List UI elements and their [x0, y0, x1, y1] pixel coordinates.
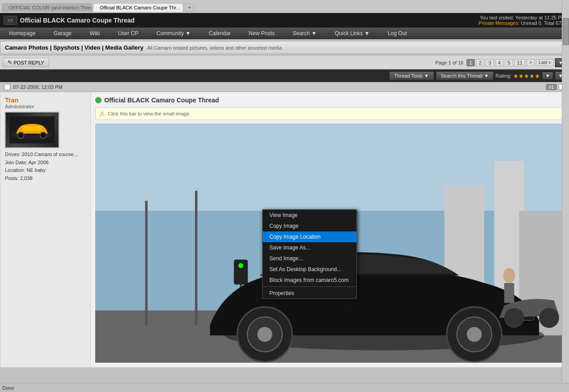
toolbar-row: ✎ POST REPLY Page 1 of 16 1 2 3 4 5 11 >…: [0, 56, 569, 69]
nav-new-posts[interactable]: New Posts: [240, 28, 283, 39]
search-thread-label: Search this Thread: [441, 73, 483, 78]
scrollbar-vertical[interactable]: [562, 0, 569, 392]
context-menu-copy-image-location[interactable]: Copy Image Location: [263, 231, 356, 242]
post-area: 07-22-2008, 12:03 PM #1 Tran Administrat…: [0, 82, 569, 368]
nav-calendar[interactable]: Calendar: [200, 28, 240, 39]
page-4-link[interactable]: 4: [495, 59, 504, 66]
forum-section-description: All Camaro related pictures, videos and …: [147, 45, 283, 51]
user-join-date: Join Date: Apr 2006: [5, 159, 86, 167]
main-post-image[interactable]: View Image Copy Image Copy Image Locatio…: [95, 124, 564, 363]
tab-bar: OFFICIAL COLOR (and interior) Threa... O…: [0, 0, 569, 13]
user-location: Location: NE baby: [5, 166, 86, 175]
user-drives: Drives: 2010 Camaro of course....: [5, 151, 86, 159]
search-thread-chevron-icon: ▼: [484, 73, 489, 78]
svg-point-25: [504, 308, 524, 328]
page-1-link[interactable]: 1: [467, 59, 475, 66]
nav-logout[interactable]: Log Out: [379, 28, 416, 39]
svg-rect-11: [145, 201, 148, 325]
thread-tools-bar: Thread Tools ▼ Search this Thread ▼ Rati…: [0, 69, 569, 82]
page-next-link[interactable]: >: [527, 59, 535, 66]
user-posts: Posts: 2,038: [5, 175, 86, 183]
svg-point-26: [539, 308, 559, 328]
post-title-text: Official BLACK Camaro Coupe Thread: [104, 97, 219, 104]
user-meta: Drives: 2010 Camaro of course.... Join D…: [5, 151, 86, 182]
add-tab-button[interactable]: +: [185, 3, 194, 12]
context-menu-view-image[interactable]: View Image: [263, 210, 356, 221]
browser-chrome: OFFICIAL COLOR (and interior) Threa... O…: [0, 0, 569, 13]
rating-area: Rating: ★★★★★ ▼: [495, 72, 553, 80]
svg-point-22: [467, 327, 481, 342]
page-last-link[interactable]: Last »: [536, 59, 554, 66]
page-label: Page 1 of 16: [435, 60, 463, 65]
post-select-checkbox[interactable]: [4, 84, 10, 90]
svg-rect-4: [23, 126, 41, 131]
context-menu-block-images[interactable]: Block Images from camaro5.com: [263, 275, 356, 286]
avatar-image: [6, 113, 58, 147]
tab-2[interactable]: Official BLACK Camaro Coupe Thr... ✕: [93, 3, 183, 12]
logo-text: C5: [8, 18, 13, 23]
image-warning-text: Click this bar to view the small image.: [108, 111, 190, 116]
context-menu-copy-image[interactable]: Copy Image: [263, 221, 356, 231]
pm-count: Unread 0, Total 672.: [521, 20, 565, 26]
thread-tools-button[interactable]: Thread Tools ▼: [389, 71, 434, 80]
post-reply-label: POST REPLY: [14, 60, 44, 65]
status-bar: Done: [0, 383, 569, 392]
post-date: 07-22-2008, 12:03 PM: [13, 84, 62, 90]
svg-rect-12: [195, 191, 198, 325]
context-menu: View Image Copy Image Copy Image Locatio…: [262, 209, 357, 299]
user-info-top: You last visited: Yesterday at 11:25 PM …: [479, 15, 565, 26]
forum-section-title: Camaro Photos | Spyshots | Video | Media…: [5, 44, 143, 51]
context-menu-properties[interactable]: Properties: [263, 288, 356, 299]
svg-point-15: [238, 263, 243, 268]
page-3-link[interactable]: 3: [486, 59, 494, 66]
user-avatar: [5, 112, 59, 148]
rating-dropdown-button[interactable]: ▼: [542, 72, 553, 80]
nav-usercp[interactable]: User CP: [109, 28, 147, 39]
context-menu-send-image[interactable]: Send Image...: [263, 253, 356, 264]
nav-quick-links[interactable]: Quick Links ▼: [326, 28, 379, 39]
site-logo: C5: [4, 16, 17, 25]
pagination: Page 1 of 16 1 2 3 4 5 11 > Last » ▼: [435, 58, 566, 67]
tab-2-close[interactable]: ✕: [183, 5, 183, 10]
nav-homepage[interactable]: Homepage: [0, 28, 45, 39]
navigation-bar: Homepage Garage Wiki User CP Community ▼…: [0, 28, 569, 39]
image-warning-bar[interactable]: ⚠ Click this bar to view the small image…: [95, 107, 564, 120]
user-sidebar: Tran Administrator Drives: 2010 Cama: [0, 92, 91, 367]
private-messages-link[interactable]: Private Messages: [479, 20, 518, 26]
post-date-bar: 07-22-2008, 12:03 PM #1: [0, 83, 569, 92]
page-2-link[interactable]: 2: [476, 59, 484, 66]
nav-garage[interactable]: Garage: [45, 28, 81, 39]
nav-wiki[interactable]: Wiki: [81, 28, 109, 39]
thread-tools-label: Thread Tools: [394, 73, 422, 78]
status-text: Done: [2, 385, 14, 391]
forum-section-header: Camaro Photos | Spyshots | Video | Media…: [0, 41, 569, 54]
post-thread-title: Official BLACK Camaro Coupe Thread: [95, 97, 564, 104]
search-thread-button[interactable]: Search this Thread ▼: [436, 71, 494, 80]
svg-rect-6: [95, 124, 564, 211]
warning-icon: ⚠: [99, 110, 105, 117]
tab-1[interactable]: OFFICIAL COLOR (and interior) Threa...: [2, 3, 92, 12]
context-menu-set-desktop-bg[interactable]: Set As Desktop Background...: [263, 264, 356, 275]
username[interactable]: Tran: [5, 97, 86, 104]
thread-tools-chevron-icon: ▼: [424, 73, 429, 78]
svg-point-27: [503, 268, 515, 283]
post-reply-button[interactable]: ✎ POST REPLY: [3, 58, 49, 67]
context-menu-save-image-as[interactable]: Save Image As...: [263, 242, 356, 253]
rating-label: Rating:: [495, 73, 511, 78]
rating-stars: ★★★★★: [513, 73, 540, 79]
svg-rect-28: [504, 283, 514, 303]
page-5-link[interactable]: 5: [505, 59, 513, 66]
scrollbar-thumb[interactable]: [563, 18, 569, 45]
green-bullet-icon: [95, 97, 102, 103]
page-11-link[interactable]: 11: [514, 59, 525, 66]
site-title-area: C5 Official BLACK Camaro Coupe Thread: [4, 16, 134, 25]
tab-2-label: Official BLACK Camaro Coupe Thr...: [100, 5, 180, 10]
post-body: Official BLACK Camaro Coupe Thread ⚠ Cli…: [91, 92, 569, 367]
user-rank: Administrator: [5, 104, 86, 109]
svg-point-3: [40, 132, 46, 138]
context-menu-separator: [263, 286, 356, 287]
last-visit-text: You last visited: Yesterday at 11:25 PM: [480, 15, 565, 20]
nav-search[interactable]: Search ▼: [284, 28, 326, 39]
site-header: C5 Official BLACK Camaro Coupe Thread Yo…: [0, 13, 569, 28]
nav-community[interactable]: Community ▼: [148, 28, 200, 39]
